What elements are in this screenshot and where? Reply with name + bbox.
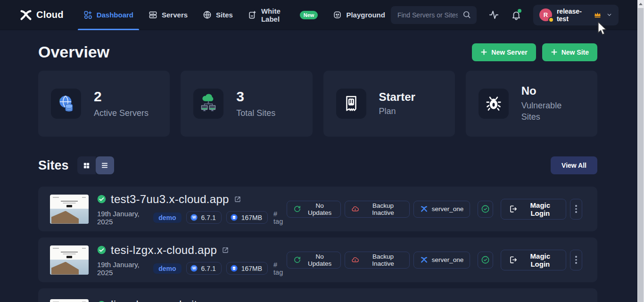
stat-value: 3 [236, 89, 275, 105]
site-meta-line: 19th January, 2025 demo W 6.7.1 [97, 210, 287, 226]
site-thumbnail[interactable] [50, 245, 89, 275]
bug-icon [479, 89, 509, 119]
cloud-network-icon [193, 89, 223, 119]
nav-item-playground[interactable]: Playground [327, 0, 391, 30]
stats-cards: 2 Active Servers [38, 71, 597, 137]
scrollbar[interactable] [637, 0, 644, 302]
updates-status-badge[interactable]: No Updates [287, 252, 341, 269]
external-link-icon[interactable] [222, 246, 229, 254]
svg-text:W: W [192, 215, 196, 220]
wp-version-label: 6.7.1 [201, 265, 216, 272]
new-site-button[interactable]: New Site [542, 43, 597, 61]
header-actions: New Server New Site [472, 43, 597, 61]
row-menu-button[interactable] [570, 250, 582, 270]
svg-text:W: W [192, 266, 196, 270]
check-circle-icon [97, 245, 106, 254]
login-arrow-icon [509, 255, 518, 264]
server-badge[interactable]: server_one [413, 252, 471, 269]
scrollbar-thumb[interactable] [638, 8, 644, 302]
view-all-button[interactable]: View All [551, 156, 597, 174]
magic-login-button[interactable]: Magic Login [501, 250, 566, 270]
top-nav: Cloud Dashboard [0, 0, 637, 30]
nav-item-sites[interactable]: Sites [197, 0, 239, 30]
new-server-button[interactable]: New Server [472, 43, 536, 61]
stat-value: No [521, 84, 572, 98]
list-view-button[interactable] [96, 156, 114, 174]
updates-status-badge[interactable]: No Updates [287, 201, 341, 218]
notifications-bell-icon[interactable] [511, 10, 521, 20]
main-content: Overview New Server New Site [38, 30, 597, 302]
site-title-line: live-demo.website [97, 298, 216, 302]
stat-value: Starter [379, 90, 415, 104]
site-title-line: test3-7uu3.x-cloud.app [97, 193, 287, 206]
servers-icon [149, 10, 157, 19]
storage-disk-icon [230, 213, 238, 221]
site-domain-link[interactable]: tesi-lzgx.x-cloud.app [111, 244, 217, 257]
thumb-art [63, 203, 76, 204]
env-badge[interactable]: demo [153, 212, 181, 223]
backup-cloud-icon [351, 256, 359, 264]
server-xcloud-icon [420, 256, 428, 264]
kebab-icon [575, 205, 577, 213]
thumb-art [66, 205, 72, 207]
nav-item-label: Sites [216, 11, 233, 19]
nav-item-dashboard[interactable]: Dashboard [78, 0, 139, 30]
nav-item-label: Servers [162, 11, 188, 19]
thumb-art [53, 197, 59, 198]
wp-version-label: 6.7.1 [201, 214, 216, 221]
search-input[interactable] [391, 6, 477, 24]
activity-icon[interactable] [488, 9, 499, 20]
site-domain-link[interactable]: live-demo.website [111, 298, 204, 302]
row-menu-button[interactable] [570, 199, 582, 220]
backup-status-badge[interactable]: Backup Inactive [345, 252, 409, 269]
storage-disk-icon [230, 264, 238, 272]
check-circle-icon [97, 301, 106, 302]
stat-text: 2 Active Servers [94, 89, 149, 119]
server-badge[interactable]: server_one [413, 201, 471, 218]
user-menu[interactable]: R release-test [533, 5, 619, 25]
site-thumbnail[interactable] [50, 299, 89, 302]
refresh-check-icon [293, 256, 301, 264]
add-tag-button[interactable]: # tag [273, 210, 287, 225]
thumb-art [50, 209, 89, 224]
thumb-art [61, 201, 78, 202]
globe-database-icon [51, 89, 81, 119]
new-server-label: New Server [491, 49, 527, 56]
nav-item-label: Dashboard [97, 11, 133, 19]
sites-section-header: Sites [38, 156, 597, 174]
stat-text: No Vulnerable Sites [521, 84, 572, 122]
scrollbar-up-button[interactable] [637, 0, 644, 8]
plus-icon [551, 49, 558, 56]
site-thumbnail[interactable] [50, 195, 89, 224]
thumb-art [82, 248, 86, 249]
security-shield-button[interactable] [478, 252, 493, 269]
updates-label: No Updates [305, 253, 335, 267]
env-badge[interactable]: demo [153, 263, 181, 274]
site-created-date: 19th January, 2025 [97, 210, 149, 226]
stat-label: Plan [379, 106, 415, 117]
magic-login-button[interactable]: Magic Login [501, 199, 566, 220]
add-tag-button[interactable]: # tag [273, 261, 287, 276]
xcloud-logo-icon [19, 8, 33, 22]
nav-item-servers[interactable]: Servers [143, 0, 193, 30]
stat-card-total-sites: 3 Total Sites [181, 71, 312, 137]
login-arrow-icon [509, 204, 518, 213]
list-icon [100, 161, 109, 170]
chevron-down-icon [606, 12, 612, 18]
external-link-icon[interactable] [234, 196, 241, 203]
grid-view-button[interactable] [77, 156, 96, 174]
nav-item-white-label[interactable]: White Label New [242, 0, 323, 30]
backup-status-badge[interactable]: Backup Inactive [345, 201, 409, 218]
site-domain-link[interactable]: test3-7uu3.x-cloud.app [111, 193, 229, 206]
brand-logo[interactable]: Cloud [19, 8, 64, 22]
magic-login-label: Magic Login [522, 252, 558, 268]
stat-card-plan: Starter Plan [323, 71, 455, 137]
nav-item-label: Playground [346, 11, 385, 19]
nav-items: Dashboard Servers [78, 0, 391, 30]
security-shield-button[interactable] [478, 201, 493, 218]
playground-icon [333, 10, 342, 19]
search-box [391, 6, 477, 24]
site-actions: No Updates Backup Inactive server_one [287, 250, 582, 270]
thumb-art [53, 248, 59, 249]
user-name: release-test [557, 8, 589, 23]
